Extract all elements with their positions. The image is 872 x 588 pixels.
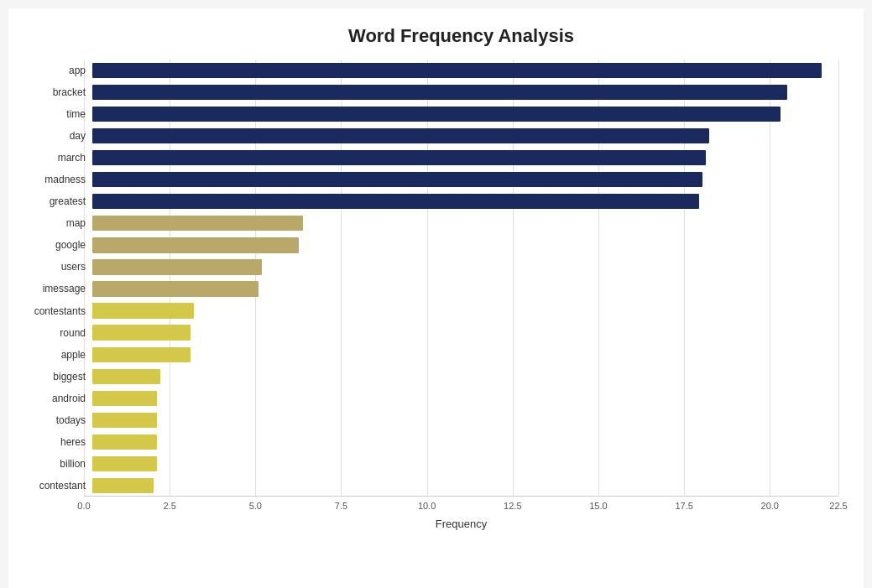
bar-track: [92, 216, 838, 231]
x-tick: 22.5: [829, 501, 847, 511]
bar-fill: [92, 391, 157, 406]
bar-label: march: [8, 152, 92, 164]
bar-track: [92, 325, 838, 340]
bar-track: [92, 347, 838, 362]
bar-fill: [92, 128, 709, 143]
bar-track: [92, 478, 838, 493]
bar-label: apple: [8, 349, 92, 361]
x-axis: Frequency 0.02.55.07.510.012.515.017.520…: [84, 497, 838, 530]
bar-label: contestants: [8, 305, 92, 317]
chart-container: Word Frequency Analysis appbrackettimeda…: [8, 8, 864, 588]
bar-row: round: [84, 322, 838, 344]
bar-row: app: [84, 60, 838, 81]
bar-fill: [92, 216, 303, 231]
bar-fill: [92, 281, 258, 296]
bar-fill: [92, 434, 157, 450]
bar-label: google: [8, 239, 92, 251]
bar-label: imessage: [8, 283, 92, 294]
bar-track: [92, 172, 838, 187]
bar-fill: [92, 325, 191, 340]
bar-track: [92, 194, 838, 209]
bar-row: heres: [84, 431, 838, 453]
bars-wrapper: appbrackettimedaymarchmadnessgreatestmap…: [84, 60, 838, 497]
bar-fill: [92, 413, 157, 428]
bar-fill: [92, 194, 699, 209]
x-axis-label: Frequency: [436, 518, 487, 530]
bar-label: madness: [8, 174, 92, 185]
bar-fill: [92, 259, 262, 274]
bar-row: users: [84, 256, 838, 278]
x-tick: 17.5: [675, 501, 692, 511]
bar-label: contestant: [8, 480, 92, 492]
bar-fill: [92, 85, 787, 100]
bar-track: [92, 391, 838, 406]
bar-track: [92, 434, 838, 450]
bar-label: android: [8, 393, 92, 404]
bar-track: [92, 413, 838, 428]
bar-row: time: [84, 103, 838, 125]
bar-row: google: [84, 234, 838, 256]
bar-label: round: [8, 327, 92, 339]
chart-title: Word Frequency Analysis: [84, 25, 838, 47]
bar-track: [92, 456, 838, 471]
x-tick: 0.0: [77, 501, 90, 511]
bar-row: map: [84, 212, 838, 234]
bar-row: biggest: [84, 366, 838, 388]
bar-fill: [92, 456, 157, 471]
bar-row: todays: [84, 409, 838, 431]
bar-row: bracket: [84, 81, 838, 103]
bar-row: march: [84, 147, 838, 169]
bar-label: biggest: [8, 371, 92, 382]
x-tick: 7.5: [335, 501, 347, 511]
bar-row: contestants: [84, 300, 838, 322]
bar-label: time: [8, 108, 92, 120]
bar-row: android: [84, 388, 838, 409]
bar-fill: [92, 303, 194, 318]
bar-fill: [92, 369, 160, 384]
bar-fill: [92, 478, 154, 493]
bar-label: bracket: [8, 86, 92, 98]
bar-fill: [92, 172, 702, 187]
x-tick: 10.0: [418, 501, 436, 511]
bar-fill: [92, 237, 299, 252]
bar-track: [92, 237, 838, 252]
x-tick: 15.0: [589, 501, 607, 511]
chart-area: appbrackettimedaymarchmadnessgreatestmap…: [84, 60, 838, 530]
bar-track: [92, 259, 838, 274]
bar-track: [92, 128, 838, 143]
bar-label: heres: [8, 436, 92, 448]
bar-row: imessage: [84, 278, 838, 299]
bar-fill: [92, 150, 706, 165]
x-tick: 20.0: [761, 501, 779, 511]
bar-fill: [92, 347, 191, 362]
bar-row: contestant: [84, 475, 838, 497]
bar-label: app: [8, 65, 92, 76]
bar-track: [92, 281, 838, 296]
bar-track: [92, 85, 838, 100]
bar-row: greatest: [84, 190, 838, 212]
bar-track: [92, 369, 838, 384]
bar-label: billion: [8, 458, 92, 470]
bar-label: users: [8, 261, 92, 273]
bar-track: [92, 303, 838, 318]
x-tick: 2.5: [163, 501, 175, 511]
x-tick: 12.5: [504, 501, 521, 511]
bar-row: day: [84, 125, 838, 147]
bar-row: billion: [84, 453, 838, 475]
bar-fill: [92, 63, 822, 78]
bar-label: map: [8, 217, 92, 229]
bar-row: apple: [84, 344, 838, 366]
bar-row: madness: [84, 169, 838, 190]
bar-track: [92, 107, 838, 122]
grid-line: [838, 60, 839, 497]
x-tick: 5.0: [249, 501, 262, 511]
bar-label: greatest: [8, 195, 92, 207]
bar-fill: [92, 107, 781, 122]
bar-label: day: [8, 130, 92, 142]
bar-track: [92, 150, 838, 165]
bar-track: [92, 63, 838, 78]
bar-label: todays: [8, 414, 92, 426]
